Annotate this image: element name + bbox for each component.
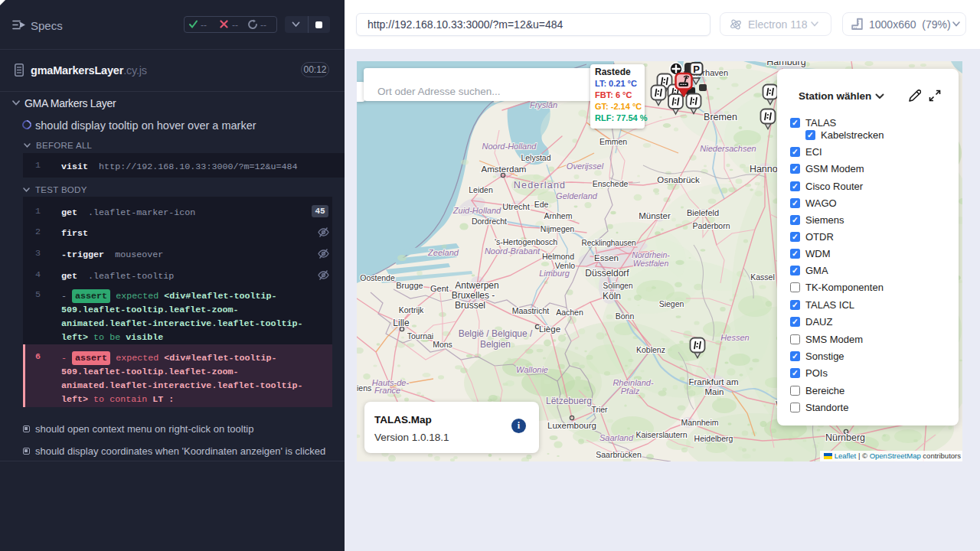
svg-text:Venlo: Venlo [555, 261, 575, 270]
svg-text:Westfalen: Westfalen [633, 259, 669, 268]
svg-text:Noord-Brabant: Noord-Brabant [485, 246, 541, 256]
svg-text:France: France [374, 386, 400, 395]
svg-text:Saarland: Saarland [599, 433, 634, 442]
svg-text:Lelystad: Lelystad [521, 153, 550, 162]
svg-text:Tournai: Tournai [407, 331, 433, 341]
svg-text:Nürnberg: Nürnberg [825, 432, 865, 443]
svg-text:Solingen: Solingen [603, 282, 633, 290]
svg-text:Trier: Trier [591, 405, 608, 414]
svg-text:Essen: Essen [594, 253, 619, 262]
svg-text:Zeeland: Zeeland [427, 248, 459, 257]
svg-text:Mannheim: Mannheim [681, 418, 718, 427]
svg-text:Aachen: Aachen [556, 308, 583, 317]
svg-text:Liège: Liège [539, 324, 560, 334]
svg-text:Luxembourg: Luxembourg [547, 421, 596, 430]
svg-text:Brugge: Brugge [396, 281, 423, 290]
svg-text:Hessen: Hessen [720, 333, 749, 342]
svg-text:Gelderland: Gelderland [556, 191, 598, 201]
svg-text:Recklinghausen: Recklinghausen [581, 239, 635, 247]
svg-text:Emmen: Emmen [599, 137, 627, 146]
svg-text:Osnabrück: Osnabrück [657, 175, 700, 184]
svg-text:Maastricht: Maastricht [512, 306, 550, 315]
svg-text:Main: Main [705, 387, 724, 396]
svg-text:Enschede: Enschede [593, 179, 629, 188]
svg-text:Siegen: Siegen [659, 299, 684, 308]
svg-text:Gent: Gent [430, 284, 449, 293]
svg-text:Overijssel: Overijssel [567, 161, 604, 171]
svg-text:Ede: Ede [534, 200, 549, 209]
svg-text:België / Belgique /: België / Belgique / [459, 328, 533, 339]
svg-text:Kaiserslautern: Kaiserslautern [635, 430, 687, 439]
svg-text:iens: iens [357, 383, 371, 393]
svg-text:Niedersachsen: Niedersachsen [700, 144, 756, 153]
svg-text:Heidelberg: Heidelberg [694, 434, 733, 443]
svg-text:Kassel: Kassel [750, 272, 775, 282]
svg-text:Leiden: Leiden [469, 185, 493, 194]
svg-text:Lille: Lille [393, 318, 410, 328]
svg-text:Mons: Mons [433, 340, 452, 349]
svg-text:Köln: Köln [603, 291, 621, 302]
svg-text:Nederland: Nederland [514, 180, 566, 191]
svg-text:Saarbrücken: Saarbrücken [596, 450, 642, 459]
svg-text:Helmond: Helmond [542, 252, 574, 261]
svg-text:Arnhem: Arnhem [544, 211, 573, 220]
svg-text:Münster: Münster [639, 211, 671, 220]
svg-text:Bruxelles -: Bruxelles - [452, 290, 495, 301]
svg-text:Bielefeld: Bielefeld [687, 208, 719, 217]
svg-text:Fryslân: Fryslân [530, 100, 557, 109]
svg-text:Zuid-Holland: Zuid-Holland [452, 206, 501, 215]
svg-text:Koblenz: Koblenz [636, 345, 665, 354]
svg-text:Noord-Holland: Noord-Holland [482, 142, 537, 151]
svg-text:Bremen: Bremen [704, 112, 737, 122]
svg-text:Hamburg: Hamburg [766, 61, 805, 67]
svg-text:Lëtzebuerg: Lëtzebuerg [546, 396, 592, 406]
svg-text:'s-Hertogenbosch: 's-Hertogenbosch [495, 237, 557, 246]
svg-text:Dordrecht: Dordrecht [472, 217, 507, 226]
svg-text:Kortrijk: Kortrijk [399, 305, 424, 315]
svg-text:Bonn: Bonn [616, 311, 635, 321]
svg-text:Belgien: Belgien [480, 339, 511, 350]
svg-text:Utrecht: Utrecht [502, 202, 529, 211]
svg-text:Brussel: Brussel [455, 300, 485, 311]
svg-text:Nijmegen: Nijmegen [541, 224, 575, 233]
svg-text:Amsterdam: Amsterdam [482, 165, 527, 174]
svg-text:Pfalz: Pfalz [621, 386, 640, 396]
svg-text:Frankfurt am: Frankfurt am [688, 377, 738, 386]
svg-text:Wallonie: Wallonie [516, 365, 548, 374]
svg-text:Oostende: Oostende [360, 273, 395, 282]
svg-text:Paderborn: Paderborn [692, 221, 730, 230]
svg-text:P: P [693, 64, 700, 75]
svg-text:Düsseldorf: Düsseldorf [585, 268, 629, 279]
svg-text:Antwerpen: Antwerpen [455, 280, 498, 291]
